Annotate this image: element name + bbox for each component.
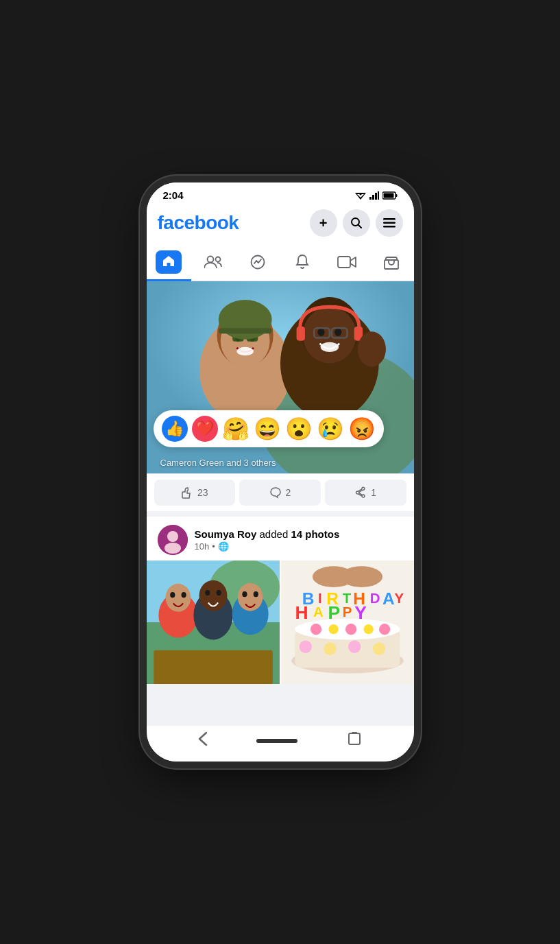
- svg-point-72: [378, 624, 389, 635]
- hamburger-icon: [383, 218, 395, 228]
- thumbs-up-icon: [181, 486, 193, 499]
- reaction-sad[interactable]: 😢: [317, 416, 344, 442]
- comment-button[interactable]: 2: [239, 480, 321, 506]
- nav-friends[interactable]: [191, 244, 236, 281]
- avatar: [158, 525, 188, 555]
- comment-icon: [269, 486, 282, 499]
- svg-text:B: B: [302, 589, 314, 608]
- svg-text:Y: Y: [394, 591, 404, 606]
- svg-rect-3: [369, 197, 372, 200]
- svg-rect-5: [375, 193, 377, 200]
- rotate-button[interactable]: [347, 731, 362, 751]
- svg-point-54: [181, 592, 186, 598]
- rotate-icon: [347, 731, 362, 746]
- svg-point-41: [320, 342, 339, 352]
- svg-point-71: [363, 624, 373, 634]
- svg-text:R: R: [326, 589, 339, 608]
- svg-rect-92: [349, 733, 360, 744]
- photo-cell-friends[interactable]: [147, 560, 280, 684]
- nav-bar: [147, 244, 414, 281]
- svg-point-89: [372, 643, 385, 655]
- feed: 👍 ❤️ 🤗 😄 😮 😢 😡 Cameron Green and 3 other…: [147, 281, 414, 726]
- bell-icon: [295, 254, 310, 270]
- status-icons: [355, 191, 398, 200]
- post-2-meta: Soumya Roy added 14 photos 10h • 🌐: [195, 528, 403, 552]
- svg-point-69: [328, 624, 338, 634]
- reaction-angry[interactable]: 😡: [348, 416, 376, 442]
- svg-rect-13: [383, 222, 395, 224]
- back-button[interactable]: [198, 731, 208, 751]
- post-2-author: Soumya Roy added 14 photos: [195, 528, 403, 540]
- search-button[interactable]: [343, 209, 370, 237]
- nav-video[interactable]: [325, 244, 369, 281]
- svg-text:P: P: [342, 604, 352, 620]
- svg-rect-4: [372, 195, 374, 200]
- reactions-popup: 👍 ❤️ 🤗 😄 😮 😢 😡: [154, 410, 384, 447]
- header-actions: +: [310, 209, 403, 237]
- post-likes-text: Cameron Green and 3 others: [160, 458, 276, 468]
- menu-button[interactable]: [376, 209, 403, 237]
- status-time: 2:04: [163, 189, 184, 201]
- birthday-photo-svg: H A P P Y B I R T H D A Y: [281, 560, 414, 684]
- svg-text:A: A: [313, 604, 323, 620]
- plus-icon: +: [319, 215, 328, 231]
- comment-count: 2: [286, 487, 291, 498]
- svg-point-15: [208, 257, 214, 263]
- svg-point-47: [165, 543, 181, 554]
- svg-point-88: [348, 641, 361, 653]
- back-arrow-icon: [198, 731, 208, 746]
- svg-point-53: [170, 592, 175, 598]
- like-count: 23: [197, 487, 208, 498]
- svg-point-58: [216, 590, 221, 595]
- video-icon: [337, 255, 356, 270]
- reaction-love[interactable]: ❤️: [192, 416, 218, 442]
- home-indicator: [256, 739, 297, 743]
- battery-icon: [382, 191, 398, 200]
- photo-cell-birthday[interactable]: H A P P Y B I R T H D A Y: [281, 560, 414, 684]
- facebook-logo: facebook: [158, 212, 239, 234]
- nav-home[interactable]: [147, 244, 191, 281]
- share-count: 1: [371, 487, 376, 498]
- phone-shell: 2:04 facebook +: [147, 182, 414, 762]
- share-button[interactable]: 1: [325, 480, 406, 506]
- svg-point-36: [317, 329, 324, 336]
- svg-point-16: [216, 257, 221, 262]
- svg-point-70: [345, 624, 356, 635]
- like-button[interactable]: 23: [154, 480, 236, 506]
- globe-icon: 🌐: [218, 541, 229, 552]
- nav-notifications[interactable]: [280, 244, 325, 281]
- post-image-container: 👍 ❤️ 🤗 😄 😮 😢 😡 Cameron Green and 3 other…: [147, 281, 414, 473]
- svg-rect-32: [218, 328, 271, 333]
- svg-rect-42: [296, 327, 304, 341]
- svg-point-62: [253, 591, 258, 597]
- avatar-image: [158, 525, 188, 555]
- reaction-like[interactable]: 👍: [162, 416, 188, 442]
- svg-point-61: [242, 591, 247, 597]
- add-button[interactable]: +: [310, 209, 337, 237]
- photo-grid: H A P P Y B I R T H D A Y: [147, 560, 414, 684]
- reaction-haha[interactable]: 😄: [254, 416, 281, 442]
- svg-rect-9: [383, 193, 393, 198]
- svg-point-27: [236, 347, 254, 355]
- store-icon: [383, 254, 400, 270]
- messenger-icon: [249, 254, 266, 270]
- nav-messenger[interactable]: [236, 244, 280, 281]
- user-avatar-svg: [158, 525, 188, 555]
- svg-rect-6: [378, 191, 379, 200]
- search-icon: [350, 217, 363, 229]
- nav-marketplace[interactable]: [369, 244, 414, 281]
- home-icon: [162, 255, 175, 267]
- svg-point-91: [340, 566, 382, 587]
- wifi-icon: [355, 191, 366, 200]
- svg-point-37: [334, 329, 341, 336]
- reaction-care[interactable]: 🤗: [222, 416, 249, 442]
- post-2: Soumya Roy added 14 photos 10h • 🌐: [147, 517, 414, 684]
- svg-text:A: A: [382, 589, 395, 608]
- signal-icon: [369, 191, 379, 200]
- svg-rect-14: [383, 226, 395, 228]
- share-icon: [354, 486, 367, 499]
- status-bar: 2:04: [147, 182, 414, 205]
- svg-rect-63: [154, 650, 273, 684]
- reaction-wow[interactable]: 😮: [285, 416, 313, 442]
- svg-point-52: [165, 584, 191, 612]
